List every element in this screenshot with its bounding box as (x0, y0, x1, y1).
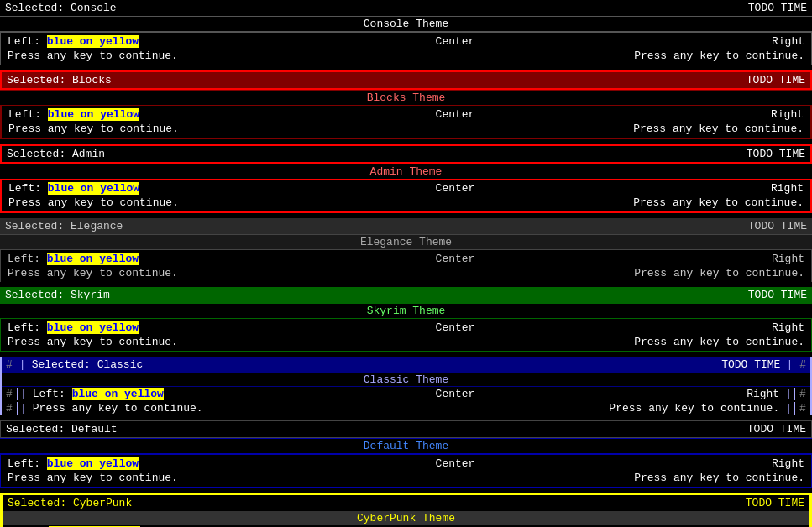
classic-selected-label: Selected: Classic (32, 358, 144, 371)
console-content-row-2: Press any key to continue. Press any key… (1, 49, 811, 63)
admin-press-center (179, 196, 633, 209)
classic-highlight-1: blue on yellow (72, 388, 164, 400)
classic-hash-l3: # (2, 402, 17, 415)
elegance-content-area: Left: blue on yellow Center Right Press … (0, 250, 812, 282)
admin-center: Center (139, 182, 771, 195)
classic-left-1: Left: blue on yellow (33, 388, 164, 400)
elegance-content-row-2: Press any key to continue. Press any key… (1, 266, 811, 280)
admin-status-bar: Selected: Admin TODO TIME (0, 144, 812, 164)
blocks-title-bar: Blocks Theme (0, 90, 812, 106)
elegance-title-bar: Elegance Theme (0, 234, 812, 250)
classic-main-txt: Selected: Classic TODO TIME (29, 358, 784, 371)
admin-theme-block: Selected: Admin TODO TIME Admin Theme Le… (0, 144, 812, 213)
admin-left: Left: blue on yellow (8, 182, 139, 195)
skyrim-todo-label: TODO TIME (748, 289, 807, 301)
default-theme-block: Selected: Default TODO TIME Default Them… (0, 420, 812, 488)
default-todo-label: TODO TIME (747, 423, 806, 436)
default-content-row-1: Left: blue on yellow Center Right (1, 457, 811, 471)
admin-content-area: Left: blue on yellow Center Right Press … (0, 180, 812, 213)
skyrim-status-bar: Selected: Skyrim TODO TIME (0, 287, 812, 303)
classic-bar-r2: | (783, 388, 795, 400)
cyberpunk-status-bar: Selected: CyberPunk TODO TIME (0, 493, 812, 511)
console-center: Center (139, 35, 772, 48)
elegance-content-row-1: Left: blue on yellow Center Right (1, 252, 811, 266)
classic-press-right: Press any key to continue. (609, 402, 779, 415)
console-content-area: Left: blue on yellow Center Right Press … (0, 32, 812, 65)
blocks-left: Left: blue on yellow (8, 108, 139, 121)
classic-hash-right-1: # (795, 358, 810, 371)
classic-hash-r2: # (795, 388, 810, 400)
default-theme-name: Default Theme (364, 440, 448, 452)
console-content-row-1: Left: blue on yellow Center Right (1, 34, 811, 49)
console-theme-block: Selected: Console TODO TIME Console Them… (0, 0, 812, 65)
skyrim-press-center (178, 336, 634, 348)
classic-bar-sep-left: | (17, 358, 29, 371)
default-press-left: Press any key to continue. (8, 472, 178, 484)
default-title-bar: Default Theme (0, 438, 812, 454)
skyrim-center: Center (139, 321, 772, 334)
classic-content-row-1: # | Left: blue on yellow Center Right | … (2, 387, 810, 401)
blocks-theme-name: Blocks Theme (367, 91, 446, 104)
console-press-center (178, 50, 634, 62)
blocks-content-row-2: Press any key to continue. Press any key… (2, 122, 810, 136)
skyrim-press-left: Press any key to continue. (8, 336, 178, 348)
cyberpunk-theme-block: Selected: CyberPunk TODO TIME CyberPunk … (0, 493, 812, 527)
skyrim-left: Left: blue on yellow (8, 321, 139, 334)
skyrim-theme-name: Skyrim Theme (367, 305, 446, 317)
admin-selected-label: Selected: Admin (7, 148, 105, 160)
blocks-selected-label: Selected: Blocks (7, 74, 112, 86)
admin-press-right: Press any key to continue. (633, 196, 804, 209)
skyrim-content-area: Left: blue on yellow Center Right Press … (0, 319, 812, 352)
blocks-theme-block: Selected: Blocks TODO TIME Blocks Theme … (0, 70, 812, 139)
console-title-bar: Console Theme (0, 16, 812, 32)
cyberpunk-selected-label: Selected: CyberPunk (8, 497, 132, 509)
skyrim-selected-label: Selected: Skyrim (5, 289, 110, 301)
default-content-row-2: Press any key to continue. Press any key… (1, 471, 811, 485)
classic-row-inner-2: Press any key to continue. Press any key… (29, 402, 783, 415)
skyrim-content-row-1: Left: blue on yellow Center Right (1, 321, 811, 335)
console-todo-label: TODO TIME (748, 2, 807, 14)
classic-hash-r3: # (795, 402, 810, 415)
default-content-area: Left: blue on yellow Center Right Press … (0, 454, 812, 488)
blocks-press-center (179, 123, 633, 135)
admin-content-row-1: Left: blue on yellow Center Right (2, 181, 810, 196)
classic-content-row-2: # | Press any key to continue. Press any… (2, 401, 810, 415)
classic-todo-label: TODO TIME (721, 358, 780, 371)
skyrim-content-row-2: Press any key to continue. Press any key… (1, 335, 811, 349)
elegance-right: Right (772, 253, 804, 265)
blocks-right: Right (771, 108, 804, 121)
admin-highlight: blue on yellow (48, 182, 139, 195)
classic-hash-l2: # (2, 388, 17, 400)
blocks-press-right: Press any key to continue. (633, 123, 804, 135)
elegance-selected-label: Selected: Elegance (5, 220, 123, 232)
console-highlight: blue on yellow (47, 35, 139, 48)
classic-theme-name: Classic Theme (364, 373, 448, 386)
blocks-status-bar: Selected: Blocks TODO TIME (0, 70, 812, 90)
elegance-left: Left: blue on yellow (8, 253, 139, 265)
console-left: Left: blue on yellow (8, 35, 139, 48)
admin-press-left: Press any key to continue. (8, 196, 179, 209)
classic-bar-sep-right: | (783, 358, 795, 371)
classic-bar-r3: | (783, 402, 795, 415)
classic-center-1: Center (436, 388, 475, 400)
admin-title-bar: Admin Theme (0, 164, 812, 180)
console-selected-label: Selected: Console (5, 2, 117, 14)
console-status-bar: Selected: Console TODO TIME (0, 0, 812, 16)
admin-theme-name: Admin Theme (370, 165, 443, 178)
console-press-left: Press any key to continue. (8, 50, 178, 62)
default-right: Right (772, 457, 804, 470)
elegance-theme-name: Elegance Theme (360, 236, 452, 248)
default-status-bar: Selected: Default TODO TIME (0, 420, 812, 438)
admin-todo-label: TODO TIME (747, 148, 805, 160)
skyrim-theme-block: Selected: Skyrim TODO TIME Skyrim Theme … (0, 287, 812, 352)
classic-status-bar: # | Selected: Classic TODO TIME | # (2, 357, 810, 373)
classic-bar-l2: | (17, 388, 29, 400)
blocks-press-left: Press any key to continue. (8, 123, 179, 135)
cyberpunk-todo-label: TODO TIME (746, 497, 804, 509)
elegance-theme-block: Selected: Elegance TODO TIME Elegance Th… (0, 218, 812, 282)
default-center: Center (139, 457, 772, 470)
elegance-center: Center (139, 253, 772, 265)
classic-right-1: Right (747, 388, 779, 400)
blocks-highlight: blue on yellow (48, 108, 139, 121)
admin-right: Right (771, 182, 804, 195)
